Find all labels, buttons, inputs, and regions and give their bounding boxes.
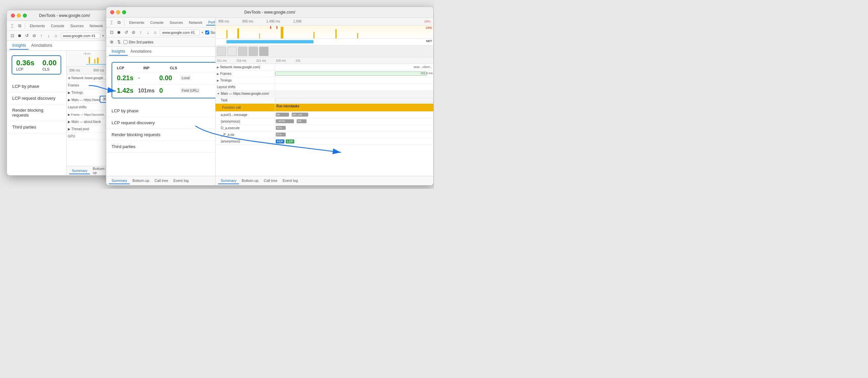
bottom-tab-calltree-right-2[interactable]: Call tree [261,178,280,184]
track-execute-2: O_a.execute VCa [216,125,433,132]
annotations-tab-1[interactable]: Annotations [28,42,55,50]
sidebar-item-lcp-phase-2[interactable]: LCP by phase [106,105,215,117]
screenshot-thumb-2 [227,47,237,56]
close-button-1[interactable] [11,13,15,18]
minimize-button-2[interactable] [116,10,120,14]
lcp-col-head-label [196,66,216,70]
insights-tabs-2: Insights Annotations [106,47,215,57]
track-network-2: ▶Network /www.google.com) sear... client… [216,64,433,70]
cursor-icon[interactable]: ⌶ [9,23,15,28]
screenshot-thumb-4 [249,47,258,56]
url-dropdown-1[interactable]: ▾ [102,34,104,37]
sidebar-1: 0.36s LCP 0.00 CLS LCP by phase LCP requ… [7,51,66,175]
sidebar-item-lcp-request-1[interactable]: LCP request discovery [7,92,66,104]
network-icon-2[interactable]: ⊕ [109,39,114,45]
record-icon-1[interactable]: ⏺ [17,33,22,38]
track-label-timings-1: ▶ Timings [68,91,107,94]
tab-network-2[interactable]: Network [187,20,204,25]
tab-performance-2[interactable]: Performance [206,20,215,26]
reload-icon-2[interactable]: ↺ [123,30,129,35]
url-input-2[interactable]: www.google.com #1 [160,29,199,35]
download-icon-1[interactable]: ↓ [46,33,51,38]
lcp-row-local: 0.21s - 0.00 Local [117,74,216,82]
main-toolbar-1: ⌶ ⧉ Elements Console Sources Network Per… [7,21,122,31]
minimize-button-1[interactable] [17,13,21,18]
tab-elements-1[interactable]: Elements [28,23,47,28]
sidebar-item-third-parties-2[interactable]: Third parties [106,141,215,153]
main-toolbar-2: ⌶ ⧉ Elements Console Sources Network Per… [106,18,215,28]
bottom-tab-bottomup-right-2[interactable]: Bottom-up [239,178,261,184]
home-icon-1[interactable]: ⌂ [53,33,59,38]
devtools-window-2: DevTools - www.google.com/ ⌶ ⧉ Elements … [106,7,434,185]
layers-icon[interactable]: ⧉ [17,23,22,28]
layers-icon-2[interactable]: ⧉ [116,20,122,25]
stop-icon-2[interactable]: ⊘ [131,30,136,35]
lcp-col-head-cls: CLS [170,66,190,70]
sidebar-item-third-parties-1[interactable]: Third parties [7,121,66,133]
bottom-tab-eventlog-2[interactable]: Event log [171,178,191,184]
filter-icon-2[interactable]: ⇅ [116,39,122,45]
fullscreen-button-2[interactable] [122,10,126,14]
url-input-1[interactable]: www.google.com #1 [61,33,100,39]
dim3rd-checkbox-2[interactable]: Dim 3rd parties [123,40,154,44]
title-bar-1: DevTools - www.google.com/ [7,10,122,21]
download-icon-2[interactable]: ↓ [145,30,151,35]
lcp-row1-cls: 0.00 [159,74,179,82]
record-icon-2[interactable]: ⏺ [116,30,122,35]
sidebar-item-render-blocking-1[interactable]: Render blocking requests [7,104,66,121]
track-task-2: Task [216,97,433,104]
bottom-tab-bottomup-2[interactable]: Bottom-up [130,178,152,184]
lcp-col-head-inp: INP [143,66,163,70]
recording-toolbar-1: ⊡ ⏺ ↺ ⊘ ↑ ↓ ⌂ www.google.com #1 ▾ Screen… [7,31,122,41]
sub-ruler-2: 211 ms 216 ms 221 ms 226 ms 231 [216,57,433,64]
annotations-tab-2[interactable]: Annotations [128,48,154,56]
recording-toolbar-2: ⊡ ⏺ ↺ ⊘ ↑ ↓ ⌂ www.google.com #1 ▾ Screen… [106,28,215,37]
sidebar-item-lcp-phase-1[interactable]: LCP by phase [7,81,66,92]
close-button-2[interactable] [110,10,114,14]
bottom-tabs-right-2: Summary Bottom-up Call tree Event log [216,176,433,185]
url-dropdown-2[interactable]: ▾ [202,31,203,34]
tab-console-1[interactable]: Console [49,23,66,28]
stop-icon-1[interactable]: ⊘ [31,33,37,38]
timeline-ruler-2: 496 ms 996 ms 1,496 ms 1,996 CPU [216,18,433,26]
screenshots-checkbox-2[interactable]: Screenshots [205,30,215,34]
devtools-window-1: DevTools - www.google.com/ ⌶ ⧉ Elements … [7,10,123,176]
reload-icon-1[interactable]: ↺ [24,33,29,38]
sidebar-item-lcp-request-2[interactable]: LCP request discovery [106,117,215,129]
panel-icon-1[interactable]: ⊡ [9,33,15,38]
insights-tab-1[interactable]: Insights [9,42,28,50]
tab-elements-2[interactable]: Elements [127,20,146,25]
bottom-tab-summary-1[interactable]: Summary [69,168,90,174]
panel-icon-2[interactable]: ⊡ [109,30,114,35]
lcp-row-field: 1.42s 101ms 0 Field (URL) [117,85,216,94]
net-label: NET [426,39,432,43]
home-icon-2[interactable]: ⌂ [153,30,158,35]
bottom-tab-bottomup-1[interactable]: Bottom-up [90,166,108,176]
upload-icon-1[interactable]: ↑ [39,33,44,38]
insights-tabs-1: Insights Annotations [7,41,122,51]
fullscreen-button-1[interactable] [23,13,27,18]
main-content-1: 0.36s LCP 0.00 CLS LCP by phase LCP requ… [7,51,122,175]
cpu-area-2: CPU [216,26,433,39]
tab-sources-2[interactable]: Sources [167,20,185,25]
track-label-main-blank-1: ▶ Main — about:blank [68,120,107,123]
cpu-label: CPU [426,26,432,29]
lcp-row2-cls: 0 [159,87,179,94]
tab-network-1[interactable]: Network [88,23,105,28]
bottom-tab-summary-2[interactable]: Summary [109,178,130,184]
sidebar-item-render-blocking-2[interactable]: Render blocking requests [106,129,215,141]
bottom-tab-eventlog-right-2[interactable]: Event log [280,178,301,184]
track-label-frame-accounts-1: ▶ Frame — https://accounts... [68,113,107,116]
track-function-call-2: Function call Run microtasks [216,104,433,112]
sidebar-list-1: LCP by phase LCP request discovery Rende… [7,79,66,135]
tab-console-2[interactable]: Console [148,20,165,25]
metrics-box-1: 0.36s LCP 0.00 CLS [11,55,61,75]
bottom-tab-summary-right-2[interactable]: Summary [218,178,239,184]
function-call-label: Function call [221,105,242,110]
tab-sources-1[interactable]: Sources [68,23,85,28]
bottom-tab-calltree-2[interactable]: Call tree [152,178,171,184]
upload-icon-2[interactable]: ↑ [138,30,143,35]
insights-tab-2[interactable]: Insights [109,48,128,56]
cursor-icon-2[interactable]: ⌶ [109,20,114,25]
window-title-1: DevTools - www.google.com/ [39,13,90,18]
